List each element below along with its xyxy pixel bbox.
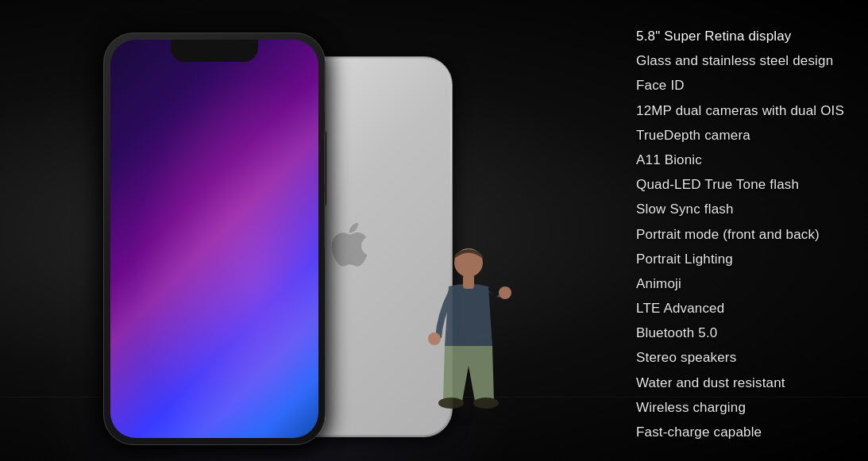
- svg-point-4: [438, 398, 464, 409]
- feature-item-5: TrueDepth camera: [636, 123, 844, 148]
- iphone-screen: [110, 40, 318, 438]
- feature-item-7: Quad-LED True Tone flash: [636, 172, 844, 197]
- feature-item-17: Fast-charge capable: [636, 420, 844, 444]
- apple-logo: [330, 223, 369, 267]
- feature-item-8: Slow Sync flash: [636, 197, 844, 221]
- feature-item-9: Portrait mode (front and back): [636, 222, 844, 247]
- feature-item-13: Bluetooth 5.0: [636, 321, 844, 345]
- presentation-scene: 5.8" Super Retina displayGlass and stain…: [0, 0, 868, 461]
- feature-item-16: Wireless charging: [636, 395, 844, 420]
- feature-item-11: Animoji: [636, 271, 844, 296]
- feature-item-14: Stereo speakers: [636, 345, 844, 370]
- feature-item-3: Face ID: [636, 73, 844, 98]
- presenter-figure: [421, 243, 516, 417]
- features-list: 5.8" Super Retina displayGlass and stain…: [636, 24, 844, 444]
- iphone-front-view: [103, 33, 326, 445]
- feature-item-4: 12MP dual cameras with dual OIS: [636, 98, 844, 123]
- feature-item-1: 5.8" Super Retina display: [636, 24, 844, 48]
- svg-point-3: [428, 332, 441, 345]
- iphone-notch: [171, 40, 258, 62]
- feature-item-2: Glass and stainless steel design: [636, 48, 844, 73]
- feature-item-10: Portrait Lighting: [636, 247, 844, 271]
- feature-item-12: LTE Advanced: [636, 296, 844, 321]
- feature-item-6: A11 Bionic: [636, 148, 844, 172]
- svg-point-5: [473, 398, 499, 409]
- feature-item-15: Water and dust resistant: [636, 371, 844, 395]
- svg-point-2: [499, 286, 511, 299]
- svg-rect-1: [463, 275, 474, 289]
